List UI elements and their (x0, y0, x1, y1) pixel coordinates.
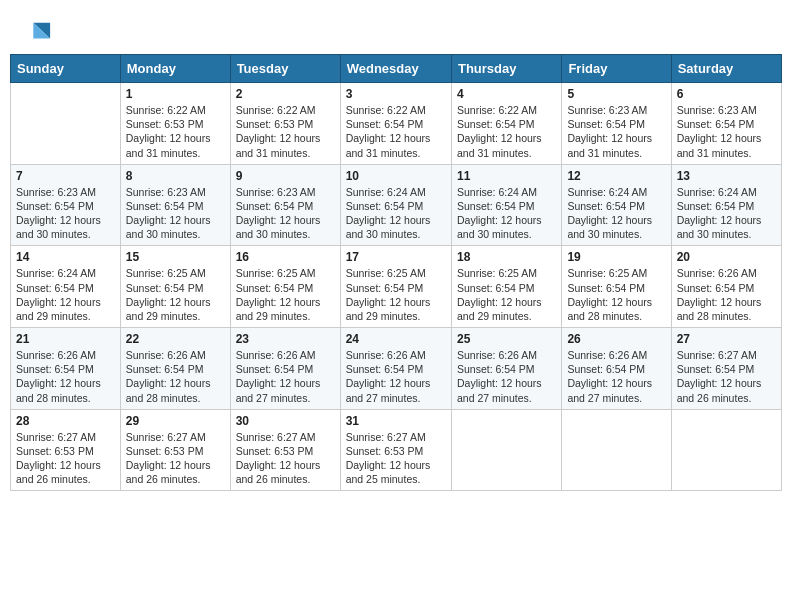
calendar-cell: 9Sunrise: 6:23 AMSunset: 6:54 PMDaylight… (230, 164, 340, 246)
calendar-cell: 28Sunrise: 6:27 AMSunset: 6:53 PMDayligh… (11, 409, 121, 491)
day-info: Sunrise: 6:23 AMSunset: 6:54 PMDaylight:… (567, 103, 665, 160)
header-cell-tuesday: Tuesday (230, 55, 340, 83)
day-info: Sunrise: 6:24 AMSunset: 6:54 PMDaylight:… (567, 185, 665, 242)
calendar-week-row: 7Sunrise: 6:23 AMSunset: 6:54 PMDaylight… (11, 164, 782, 246)
day-number: 26 (567, 332, 665, 346)
calendar-cell: 11Sunrise: 6:24 AMSunset: 6:54 PMDayligh… (451, 164, 561, 246)
day-number: 18 (457, 250, 556, 264)
day-info: Sunrise: 6:25 AMSunset: 6:54 PMDaylight:… (346, 266, 446, 323)
header-cell-sunday: Sunday (11, 55, 121, 83)
calendar-cell: 31Sunrise: 6:27 AMSunset: 6:53 PMDayligh… (340, 409, 451, 491)
calendar-cell: 1Sunrise: 6:22 AMSunset: 6:53 PMDaylight… (120, 83, 230, 165)
day-number: 2 (236, 87, 335, 101)
day-number: 16 (236, 250, 335, 264)
day-number: 19 (567, 250, 665, 264)
day-number: 7 (16, 169, 115, 183)
day-number: 12 (567, 169, 665, 183)
day-number: 6 (677, 87, 776, 101)
calendar-cell: 25Sunrise: 6:26 AMSunset: 6:54 PMDayligh… (451, 328, 561, 410)
calendar-cell: 15Sunrise: 6:25 AMSunset: 6:54 PMDayligh… (120, 246, 230, 328)
calendar-cell (451, 409, 561, 491)
logo (20, 18, 52, 46)
calendar-week-row: 21Sunrise: 6:26 AMSunset: 6:54 PMDayligh… (11, 328, 782, 410)
day-info: Sunrise: 6:24 AMSunset: 6:54 PMDaylight:… (16, 266, 115, 323)
header-cell-monday: Monday (120, 55, 230, 83)
calendar-cell (671, 409, 781, 491)
day-number: 10 (346, 169, 446, 183)
calendar-cell: 18Sunrise: 6:25 AMSunset: 6:54 PMDayligh… (451, 246, 561, 328)
day-info: Sunrise: 6:27 AMSunset: 6:53 PMDaylight:… (346, 430, 446, 487)
header-cell-saturday: Saturday (671, 55, 781, 83)
day-info: Sunrise: 6:23 AMSunset: 6:54 PMDaylight:… (677, 103, 776, 160)
day-number: 30 (236, 414, 335, 428)
calendar-cell: 13Sunrise: 6:24 AMSunset: 6:54 PMDayligh… (671, 164, 781, 246)
calendar-cell: 6Sunrise: 6:23 AMSunset: 6:54 PMDaylight… (671, 83, 781, 165)
day-info: Sunrise: 6:26 AMSunset: 6:54 PMDaylight:… (677, 266, 776, 323)
calendar-table: SundayMondayTuesdayWednesdayThursdayFrid… (10, 54, 782, 491)
header-cell-thursday: Thursday (451, 55, 561, 83)
day-number: 24 (346, 332, 446, 346)
calendar-cell: 16Sunrise: 6:25 AMSunset: 6:54 PMDayligh… (230, 246, 340, 328)
calendar-cell: 3Sunrise: 6:22 AMSunset: 6:54 PMDaylight… (340, 83, 451, 165)
calendar-cell: 20Sunrise: 6:26 AMSunset: 6:54 PMDayligh… (671, 246, 781, 328)
day-info: Sunrise: 6:27 AMSunset: 6:53 PMDaylight:… (236, 430, 335, 487)
day-number: 13 (677, 169, 776, 183)
day-info: Sunrise: 6:22 AMSunset: 6:54 PMDaylight:… (457, 103, 556, 160)
calendar-cell (562, 409, 671, 491)
day-number: 15 (126, 250, 225, 264)
day-info: Sunrise: 6:25 AMSunset: 6:54 PMDaylight:… (126, 266, 225, 323)
day-info: Sunrise: 6:26 AMSunset: 6:54 PMDaylight:… (16, 348, 115, 405)
calendar-week-row: 14Sunrise: 6:24 AMSunset: 6:54 PMDayligh… (11, 246, 782, 328)
day-info: Sunrise: 6:25 AMSunset: 6:54 PMDaylight:… (457, 266, 556, 323)
day-number: 11 (457, 169, 556, 183)
calendar-header-row: SundayMondayTuesdayWednesdayThursdayFrid… (11, 55, 782, 83)
day-number: 28 (16, 414, 115, 428)
calendar-cell: 17Sunrise: 6:25 AMSunset: 6:54 PMDayligh… (340, 246, 451, 328)
day-info: Sunrise: 6:26 AMSunset: 6:54 PMDaylight:… (346, 348, 446, 405)
header-cell-wednesday: Wednesday (340, 55, 451, 83)
day-number: 25 (457, 332, 556, 346)
calendar-cell: 2Sunrise: 6:22 AMSunset: 6:53 PMDaylight… (230, 83, 340, 165)
calendar-cell: 7Sunrise: 6:23 AMSunset: 6:54 PMDaylight… (11, 164, 121, 246)
calendar-week-row: 28Sunrise: 6:27 AMSunset: 6:53 PMDayligh… (11, 409, 782, 491)
calendar-week-row: 1Sunrise: 6:22 AMSunset: 6:53 PMDaylight… (11, 83, 782, 165)
day-info: Sunrise: 6:27 AMSunset: 6:54 PMDaylight:… (677, 348, 776, 405)
calendar-body: 1Sunrise: 6:22 AMSunset: 6:53 PMDaylight… (11, 83, 782, 491)
day-number: 22 (126, 332, 225, 346)
calendar-cell: 24Sunrise: 6:26 AMSunset: 6:54 PMDayligh… (340, 328, 451, 410)
day-number: 3 (346, 87, 446, 101)
day-info: Sunrise: 6:22 AMSunset: 6:53 PMDaylight:… (236, 103, 335, 160)
day-number: 21 (16, 332, 115, 346)
calendar-cell: 29Sunrise: 6:27 AMSunset: 6:53 PMDayligh… (120, 409, 230, 491)
header-cell-friday: Friday (562, 55, 671, 83)
day-info: Sunrise: 6:23 AMSunset: 6:54 PMDaylight:… (236, 185, 335, 242)
day-info: Sunrise: 6:22 AMSunset: 6:54 PMDaylight:… (346, 103, 446, 160)
day-number: 17 (346, 250, 446, 264)
calendar-cell: 22Sunrise: 6:26 AMSunset: 6:54 PMDayligh… (120, 328, 230, 410)
day-info: Sunrise: 6:26 AMSunset: 6:54 PMDaylight:… (236, 348, 335, 405)
day-info: Sunrise: 6:22 AMSunset: 6:53 PMDaylight:… (126, 103, 225, 160)
day-number: 9 (236, 169, 335, 183)
calendar-cell: 19Sunrise: 6:25 AMSunset: 6:54 PMDayligh… (562, 246, 671, 328)
page-header (10, 10, 782, 50)
day-info: Sunrise: 6:23 AMSunset: 6:54 PMDaylight:… (126, 185, 225, 242)
calendar-cell: 5Sunrise: 6:23 AMSunset: 6:54 PMDaylight… (562, 83, 671, 165)
day-info: Sunrise: 6:26 AMSunset: 6:54 PMDaylight:… (126, 348, 225, 405)
calendar-cell: 21Sunrise: 6:26 AMSunset: 6:54 PMDayligh… (11, 328, 121, 410)
calendar-cell: 30Sunrise: 6:27 AMSunset: 6:53 PMDayligh… (230, 409, 340, 491)
day-info: Sunrise: 6:24 AMSunset: 6:54 PMDaylight:… (677, 185, 776, 242)
day-info: Sunrise: 6:24 AMSunset: 6:54 PMDaylight:… (457, 185, 556, 242)
day-info: Sunrise: 6:26 AMSunset: 6:54 PMDaylight:… (567, 348, 665, 405)
calendar-cell: 12Sunrise: 6:24 AMSunset: 6:54 PMDayligh… (562, 164, 671, 246)
day-info: Sunrise: 6:26 AMSunset: 6:54 PMDaylight:… (457, 348, 556, 405)
day-info: Sunrise: 6:25 AMSunset: 6:54 PMDaylight:… (236, 266, 335, 323)
day-info: Sunrise: 6:27 AMSunset: 6:53 PMDaylight:… (126, 430, 225, 487)
calendar-cell: 10Sunrise: 6:24 AMSunset: 6:54 PMDayligh… (340, 164, 451, 246)
calendar-cell: 8Sunrise: 6:23 AMSunset: 6:54 PMDaylight… (120, 164, 230, 246)
day-number: 8 (126, 169, 225, 183)
day-number: 23 (236, 332, 335, 346)
day-info: Sunrise: 6:24 AMSunset: 6:54 PMDaylight:… (346, 185, 446, 242)
calendar-cell: 23Sunrise: 6:26 AMSunset: 6:54 PMDayligh… (230, 328, 340, 410)
calendar-cell: 4Sunrise: 6:22 AMSunset: 6:54 PMDaylight… (451, 83, 561, 165)
calendar-cell: 27Sunrise: 6:27 AMSunset: 6:54 PMDayligh… (671, 328, 781, 410)
